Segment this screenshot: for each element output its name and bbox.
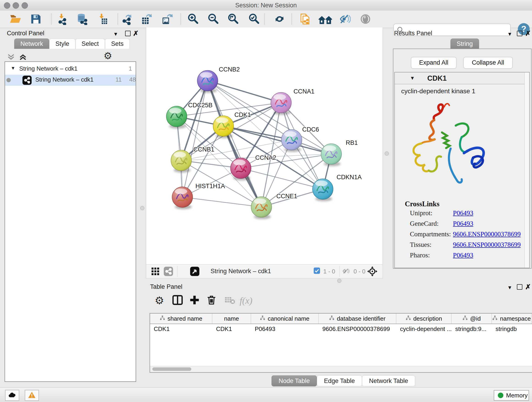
table-cell[interactable]: 9606.ENSP00000378699 xyxy=(319,324,396,334)
export-network-icon[interactable] xyxy=(121,13,133,25)
table-settings-gear-icon[interactable]: ⚙ xyxy=(155,294,166,306)
table-cell[interactable]: CDK1 xyxy=(150,324,212,334)
table-row[interactable]: CDK1CDK1P064939606.ENSP00000378699cyclin… xyxy=(150,324,532,334)
network-node-CDC6[interactable] xyxy=(281,129,302,152)
network-node-CCNA1[interactable] xyxy=(271,92,291,115)
delete-table-icon[interactable] xyxy=(224,294,235,306)
selected-checkbox-icon[interactable] xyxy=(313,267,320,274)
tab-style[interactable]: Style xyxy=(49,38,75,49)
tab-edge-table[interactable]: Edge Table xyxy=(317,375,362,386)
network-view-icon[interactable] xyxy=(163,266,173,276)
collection-expand-icon[interactable]: ▼ xyxy=(11,65,15,71)
crosslink-label: Compartments: xyxy=(410,230,451,238)
results-panel-float-icon[interactable] xyxy=(517,31,522,36)
crosslink-link[interactable]: 9606.ENSP00000378699 xyxy=(453,230,521,238)
left-splitter-handle[interactable] xyxy=(140,206,144,210)
column-header-description[interactable]: description xyxy=(396,313,452,324)
column-header-database-identifier[interactable]: database identifier xyxy=(319,313,396,324)
network-edge[interactable] xyxy=(182,197,261,207)
network-node-CCNE1[interactable] xyxy=(251,197,272,219)
network-node-HIST1H1A[interactable] xyxy=(172,187,193,209)
table-cell[interactable]: CDK1 xyxy=(212,324,251,334)
column-header-name[interactable]: name xyxy=(212,313,251,324)
add-column-icon[interactable] xyxy=(189,294,200,306)
tab-string[interactable]: String xyxy=(450,38,479,49)
tab-network-table[interactable]: Network Table xyxy=(362,375,415,386)
column-header-shared-name[interactable]: shared name xyxy=(150,313,212,324)
cdk1-section-header[interactable]: ▼ CDK1 xyxy=(395,72,529,84)
expand-all-chevron-icon[interactable] xyxy=(6,54,16,61)
grid-view-icon[interactable] xyxy=(150,266,160,276)
network-row-selected[interactable]: String Network – cdk1 11 48 xyxy=(5,75,136,86)
expand-all-button[interactable]: Expand All xyxy=(411,57,457,69)
network-edge[interactable] xyxy=(182,81,208,197)
network-edge[interactable] xyxy=(241,168,323,189)
table-horizontal-scrollbar[interactable] xyxy=(150,366,532,372)
network-node-CDK1[interactable] xyxy=(213,116,234,138)
save-session-icon[interactable] xyxy=(30,13,42,25)
tab-network[interactable]: Network xyxy=(14,38,49,49)
show-all-icon[interactable] xyxy=(360,13,371,25)
import-network-file-icon[interactable] xyxy=(56,13,68,25)
table-panel-collapse-icon[interactable]: ▼ xyxy=(507,285,512,291)
bottom-splitter-handle[interactable] xyxy=(337,279,341,283)
tab-sets[interactable]: Sets xyxy=(105,38,130,49)
function-builder-icon[interactable]: f(x) xyxy=(240,295,251,307)
table-cell[interactable]: stringdb:9... xyxy=(452,324,492,334)
results-panel-close-icon[interactable]: ✗ xyxy=(525,29,531,37)
network-node-CDKN1A[interactable] xyxy=(312,179,333,201)
tab-node-table[interactable]: Node Table xyxy=(272,375,317,386)
zoom-selected-icon[interactable] xyxy=(248,13,260,25)
zoom-out-icon[interactable] xyxy=(207,13,219,25)
open-session-icon[interactable] xyxy=(9,13,21,25)
network-canvas[interactable]: CCNB2CCNA1CDC25BCDK1CDC6RB1CCNB1CCNA2CDK… xyxy=(146,27,383,264)
column-header-namespace[interactable]: namespace xyxy=(492,313,532,324)
network-node-CCNB1[interactable] xyxy=(171,150,191,172)
open-in-window-icon[interactable] xyxy=(190,266,200,276)
export-image-icon[interactable] xyxy=(161,13,173,25)
import-table-file-icon[interactable] xyxy=(96,13,108,25)
show-columns-icon[interactable] xyxy=(172,294,183,306)
hide-selected-icon[interactable] xyxy=(339,13,351,25)
results-scrollbar[interactable] xyxy=(525,72,529,268)
import-network-database-icon[interactable] xyxy=(76,13,88,25)
zoom-in-icon[interactable] xyxy=(187,13,199,25)
table-panel-close-icon[interactable]: ✗ xyxy=(525,283,531,291)
export-table-icon[interactable] xyxy=(141,13,152,25)
warnings-button[interactable] xyxy=(25,390,39,401)
collapse-all-button[interactable]: Collapse All xyxy=(463,57,513,69)
results-panel-collapse-icon[interactable]: ▼ xyxy=(507,31,512,37)
column-header--id[interactable]: @id xyxy=(452,313,492,324)
table-cell[interactable]: P06493 xyxy=(251,324,319,334)
apply-layout-icon[interactable] xyxy=(273,13,285,25)
collapse-all-chevron-icon[interactable] xyxy=(18,54,27,61)
table-panel-float-icon[interactable] xyxy=(517,284,522,290)
network-node-RB1[interactable] xyxy=(321,144,342,166)
cdk1-collapse-icon[interactable]: ▼ xyxy=(410,75,415,81)
crosslink-link[interactable]: 9606.ENSP00000378699 xyxy=(453,241,521,249)
control-panel-close-icon[interactable]: ✗ xyxy=(133,29,139,37)
table-cell[interactable]: cyclin-dependent ... xyxy=(396,324,452,334)
column-header-canonical-name[interactable]: canonical name xyxy=(251,313,319,324)
network-node-CDC25B[interactable] xyxy=(166,106,187,128)
network-options-gear-icon[interactable]: ⚙ xyxy=(104,51,112,61)
network-collection-row[interactable]: ▼ String Network – cdk1 1 xyxy=(5,64,136,75)
tab-select[interactable]: Select xyxy=(75,38,105,49)
cloud-status-button[interactable] xyxy=(5,390,19,401)
right-splitter-handle[interactable] xyxy=(385,152,389,156)
crosslink-link[interactable]: P06493 xyxy=(453,220,473,227)
memory-button[interactable]: Memory xyxy=(494,390,529,401)
zoom-fit-icon[interactable] xyxy=(227,13,239,25)
control-panel-float-icon[interactable] xyxy=(125,31,131,36)
birds-eye-view-icon[interactable] xyxy=(367,266,378,277)
crosslink-link[interactable]: P06493 xyxy=(453,209,473,217)
table-scrollbar-thumb[interactable] xyxy=(152,367,191,371)
copy-network-icon[interactable] xyxy=(299,13,311,25)
crosslink-link[interactable]: P06493 xyxy=(453,251,473,259)
control-panel-collapse-icon[interactable]: ▼ xyxy=(113,31,118,37)
hidden-eye-icon[interactable] xyxy=(342,267,350,275)
first-neighbors-icon[interactable] xyxy=(318,13,333,25)
delete-column-icon[interactable] xyxy=(206,294,217,306)
network-edge[interactable] xyxy=(208,81,281,103)
table-cell[interactable]: stringdb xyxy=(492,324,532,334)
